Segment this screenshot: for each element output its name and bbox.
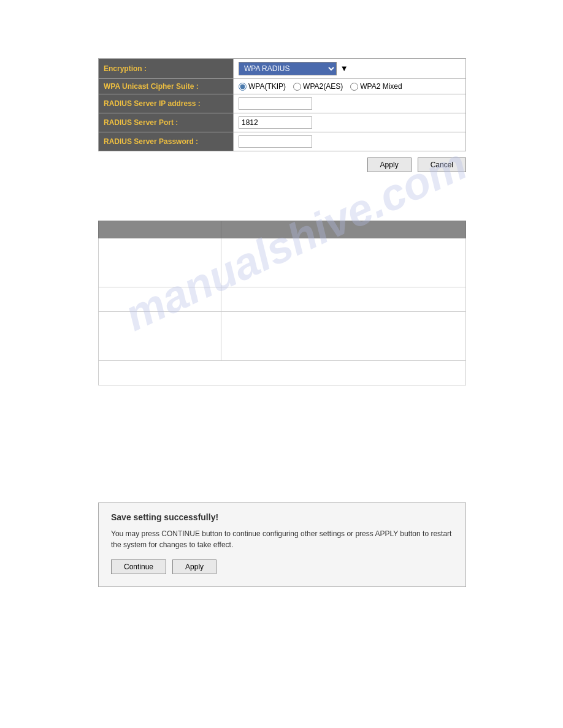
save-message: You may press CONTINUE button to continu… bbox=[111, 528, 453, 550]
table-cell-1-2 bbox=[221, 238, 466, 287]
table-cell-2-2 bbox=[221, 287, 466, 312]
radius-password-label: RADIUS Server Password : bbox=[99, 132, 234, 151]
cipher-aes-label: WPA2(AES) bbox=[303, 82, 343, 91]
cipher-tkip-radio[interactable] bbox=[239, 83, 247, 91]
col1-header bbox=[99, 221, 221, 238]
form-button-row: Apply Cancel bbox=[98, 157, 466, 172]
radius-password-row: RADIUS Server Password : bbox=[99, 132, 466, 151]
cipher-tkip-label: WPA(TKIP) bbox=[248, 82, 286, 91]
config-table: Encryption : WPA RADIUS ▼ WPA Unicast Ci… bbox=[98, 58, 466, 151]
cipher-aes-option[interactable]: WPA2(AES) bbox=[293, 82, 343, 91]
table-cell-1-1 bbox=[99, 238, 221, 287]
table-row bbox=[99, 312, 466, 361]
save-buttons-row: Continue Apply bbox=[111, 559, 453, 574]
table-cell-2-1 bbox=[99, 287, 221, 312]
cipher-mixed-option[interactable]: WPA2 Mixed bbox=[350, 82, 402, 91]
info-table bbox=[98, 221, 466, 385]
cipher-radio-group: WPA(TKIP) WPA2(AES) WPA2 Mixed bbox=[239, 82, 461, 91]
save-box: Save setting successfully! You may press… bbox=[98, 502, 466, 587]
cipher-mixed-radio[interactable] bbox=[350, 83, 358, 91]
radius-port-label: RADIUS Server Port : bbox=[99, 113, 234, 132]
cipher-tkip-option[interactable]: WPA(TKIP) bbox=[239, 82, 286, 91]
info-table-section bbox=[98, 221, 466, 385]
encryption-select[interactable]: WPA RADIUS bbox=[239, 62, 337, 75]
cipher-row: WPA Unicast Cipher Suite : WPA(TKIP) WPA… bbox=[99, 79, 466, 94]
encryption-row: Encryption : WPA RADIUS ▼ bbox=[99, 59, 466, 79]
radius-ip-value-cell bbox=[234, 94, 466, 113]
radius-port-row: RADIUS Server Port : bbox=[99, 113, 466, 132]
dropdown-arrow-icon: ▼ bbox=[340, 64, 348, 73]
radius-port-value-cell bbox=[234, 113, 466, 132]
encryption-value-cell: WPA RADIUS ▼ bbox=[234, 59, 466, 79]
wpa-radius-form: Encryption : WPA RADIUS ▼ WPA Unicast Ci… bbox=[98, 58, 466, 172]
continue-button[interactable]: Continue bbox=[111, 559, 166, 574]
cipher-label: WPA Unicast Cipher Suite : bbox=[99, 79, 234, 94]
encryption-label: Encryption : bbox=[99, 59, 234, 79]
radius-port-input[interactable] bbox=[239, 116, 312, 129]
radius-ip-label: RADIUS Server IP address : bbox=[99, 94, 234, 113]
table-row bbox=[99, 238, 466, 287]
table-cell-4-1 bbox=[99, 361, 466, 385]
radius-password-input[interactable] bbox=[239, 135, 312, 148]
table-row bbox=[99, 361, 466, 385]
save-title: Save setting successfully! bbox=[111, 512, 453, 522]
table-cell-3-2 bbox=[221, 312, 466, 361]
apply-button[interactable]: Apply bbox=[367, 157, 412, 172]
table-cell-3-1 bbox=[99, 312, 221, 361]
cancel-button[interactable]: Cancel bbox=[418, 157, 466, 172]
table-header-row bbox=[99, 221, 466, 238]
cipher-aes-radio[interactable] bbox=[293, 83, 301, 91]
radius-password-value-cell bbox=[234, 132, 466, 151]
cipher-value-cell: WPA(TKIP) WPA2(AES) WPA2 Mixed bbox=[234, 79, 466, 94]
col2-header bbox=[221, 221, 466, 238]
save-apply-button[interactable]: Apply bbox=[172, 559, 216, 574]
radius-ip-input[interactable] bbox=[239, 97, 312, 110]
cipher-mixed-label: WPA2 Mixed bbox=[360, 82, 402, 91]
save-success-section: Save setting successfully! You may press… bbox=[98, 502, 466, 587]
table-row bbox=[99, 287, 466, 312]
radius-ip-row: RADIUS Server IP address : bbox=[99, 94, 466, 113]
